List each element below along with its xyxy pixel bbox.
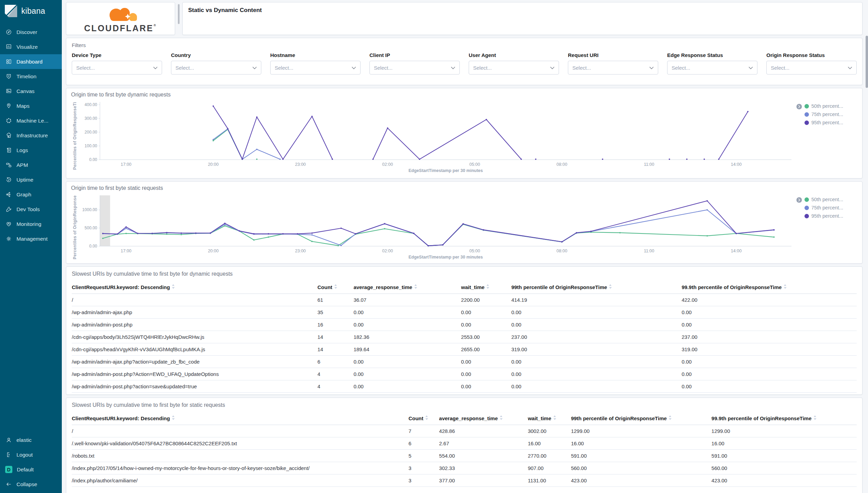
legend-color-dot — [804, 104, 809, 108]
legend-expand-icon[interactable] — [796, 104, 802, 125]
sidebar-item-logs[interactable]: Logs — [0, 143, 62, 158]
filter-select-request-uri[interactable]: Select... — [568, 61, 658, 74]
y-axis-label: Percentiles of OriginResponseTi — [71, 99, 79, 174]
dashboard-header-row: CLOUDFLARE® Static vs Dynamic Content — [66, 2, 863, 35]
sidebar-item-canvas[interactable]: Canvas — [0, 84, 62, 99]
timelion-icon — [5, 73, 12, 80]
table-cell: 2200.00 — [461, 294, 511, 306]
sidebar-item-uptime[interactable]: Uptime — [0, 172, 62, 187]
select-placeholder: Select... — [275, 65, 293, 71]
sidebar-item-apm[interactable]: APM — [0, 158, 62, 172]
column-header-average-response-time[interactable]: average_response_time — [439, 413, 528, 425]
table-cell: 36.07 — [354, 294, 461, 306]
column-header-99-9th-percentile-of-originresponsetime[interactable]: 99.9th percentile of OriginResponseTime — [711, 413, 857, 425]
sidebar-item-dev-tools[interactable]: Dev Tools — [0, 202, 62, 217]
filter-select-device-type[interactable]: Select... — [72, 61, 162, 74]
canvas-icon — [5, 88, 12, 94]
legend-color-dot — [804, 112, 809, 117]
sidebar-item-discover[interactable]: Discover — [0, 25, 62, 39]
sort-icon — [669, 415, 672, 421]
legend-item-75th-percent[interactable]: 75th percent... — [804, 112, 843, 117]
column-header-clientrequesturi-keyword-descending[interactable]: ClientRequestURI.keyword: Descending — [72, 282, 318, 294]
sidebar-item-label: Graph — [16, 192, 31, 198]
table-cell: 189.64 — [354, 343, 461, 356]
sidebar-item-label: Management — [16, 236, 47, 242]
filter-select-country[interactable]: Select... — [171, 61, 261, 74]
legend-color-dot — [804, 214, 809, 218]
dashboard-title: Static vs Dynamic Content — [188, 7, 857, 14]
column-header-average-response-time[interactable]: average_response_time — [354, 282, 461, 294]
table-cell: 0.00 — [682, 356, 857, 368]
sidebar-item-timelion[interactable]: Timelion — [0, 69, 62, 84]
cloudflare-logo-panel: CLOUDFLARE® — [66, 2, 175, 35]
filter-select-client-ip[interactable]: Select... — [369, 61, 460, 74]
sidebar-item-logout[interactable]: Logout — [0, 447, 62, 462]
sidebar-item-machine-le[interactable]: Machine Le... — [0, 113, 62, 128]
table-cell: 4 — [318, 393, 354, 395]
logout-icon — [5, 451, 12, 458]
svg-text:20:00: 20:00 — [208, 249, 218, 253]
sidebar-item-default[interactable]: DDefault — [0, 462, 62, 477]
table-cell: 4 — [318, 368, 354, 380]
legend-expand-icon[interactable] — [796, 197, 802, 219]
sidebar-item-infrastructure[interactable]: Infrastructure — [0, 128, 62, 143]
table-cell: /wp-admin/admin-ajax.php — [72, 306, 318, 319]
filter-label: User Agent — [469, 52, 559, 58]
sidebar-item-collapse[interactable]: Collapse — [0, 477, 62, 492]
filter-select-hostname[interactable]: Select... — [270, 61, 361, 74]
legend-item-50th-percent[interactable]: 50th percent... — [804, 103, 843, 109]
kibana-sidebar: kibana DiscoverVisualizeDashboardTimelio… — [0, 0, 62, 493]
table-cell: 182.36 — [354, 331, 461, 343]
logs-icon — [5, 147, 12, 153]
column-header-99th-percentile-of-originresponsetime[interactable]: 99th percentile of OriginResponseTime — [511, 282, 682, 294]
table-cell: 422.00 — [682, 294, 857, 306]
table-panel-static: Slowest URIs by cumulative time to first… — [66, 398, 863, 493]
filter-client-ip: Client IPSelect... — [369, 52, 460, 74]
sidebar-item-graph[interactable]: Graph — [0, 187, 62, 202]
column-header-count[interactable]: Count — [409, 413, 439, 425]
line-chart-dynamic: 0.00100.00200.00300.00400.0017:0020:0023… — [79, 99, 796, 174]
legend-item-75th-percent[interactable]: 75th percent... — [804, 205, 843, 210]
column-header-count[interactable]: Count — [318, 282, 354, 294]
legend-item-50th-percent[interactable]: 50th percent... — [804, 197, 843, 202]
legend-item-95th-percent[interactable]: 95th percent... — [804, 213, 843, 219]
sort-icon — [334, 284, 337, 290]
sidebar-item-dashboard[interactable]: Dashboard — [0, 54, 62, 69]
filter-select-edge-response-status[interactable]: Select... — [667, 61, 757, 74]
sidebar-item-monitoring[interactable]: Monitoring — [0, 217, 62, 231]
chart-legend: 50th percent...75th percent...95th perce… — [796, 192, 857, 260]
select-placeholder: Select... — [175, 65, 194, 71]
sidebar-item-management[interactable]: Management — [0, 231, 62, 246]
table-cell: 16.00 — [528, 437, 571, 450]
filter-select-user-agent[interactable]: Select... — [469, 61, 559, 74]
filter-request-uri: Request URISelect... — [568, 52, 658, 74]
sidebar-item-visualize[interactable]: Visualize — [0, 39, 62, 54]
table-cell: 0.00 — [354, 380, 461, 393]
sidebar-item-elastic[interactable]: elastic — [0, 433, 62, 447]
filter-label: Edge Response Status — [667, 52, 757, 58]
filters-panel-label: Filters — [72, 42, 857, 48]
data-table: ClientRequestURI.keyword: DescendingCoun… — [72, 413, 857, 487]
kibana-logo[interactable]: kibana — [0, 0, 62, 22]
panel-scrollbar[interactable] — [178, 4, 180, 24]
sidebar-item-label: Maps — [16, 103, 30, 109]
table-cell: 14 — [318, 343, 354, 356]
column-header-99th-percentile-of-originresponsetime[interactable]: 99th percentile of OriginResponseTime — [571, 413, 711, 425]
column-header-99-9th-percentile-of-originresponsetime[interactable]: 99.9th percentile of OriginResponseTime — [682, 282, 857, 294]
page-scrollbar-thumb[interactable] — [866, 36, 868, 88]
cloudflare-wordmark: CLOUDFLARE® — [84, 24, 157, 33]
column-header-wait-time[interactable]: wait_time — [528, 413, 571, 425]
chart-legend: 50th percent...75th percent...95th perce… — [796, 99, 857, 174]
column-header-clientrequesturi-keyword-descending[interactable]: ClientRequestURI.keyword: Descending — [72, 413, 409, 425]
sidebar-item-label: Dev Tools — [16, 206, 40, 213]
column-header-wait-time[interactable]: wait_time — [461, 282, 511, 294]
legend-item-95th-percent[interactable]: 95th percent... — [804, 120, 843, 125]
sidebar-item-maps[interactable]: Maps — [0, 99, 62, 113]
legend-label: 95th percent... — [811, 120, 843, 125]
column-label: average_response_time — [354, 284, 412, 290]
table-cell: 61 — [318, 294, 354, 306]
table-cell: 1131.00 — [528, 474, 571, 487]
filter-select-origin-response-status[interactable]: Select... — [766, 61, 857, 74]
svg-text:11:00: 11:00 — [644, 162, 654, 167]
table-cell: 7 — [409, 425, 439, 437]
